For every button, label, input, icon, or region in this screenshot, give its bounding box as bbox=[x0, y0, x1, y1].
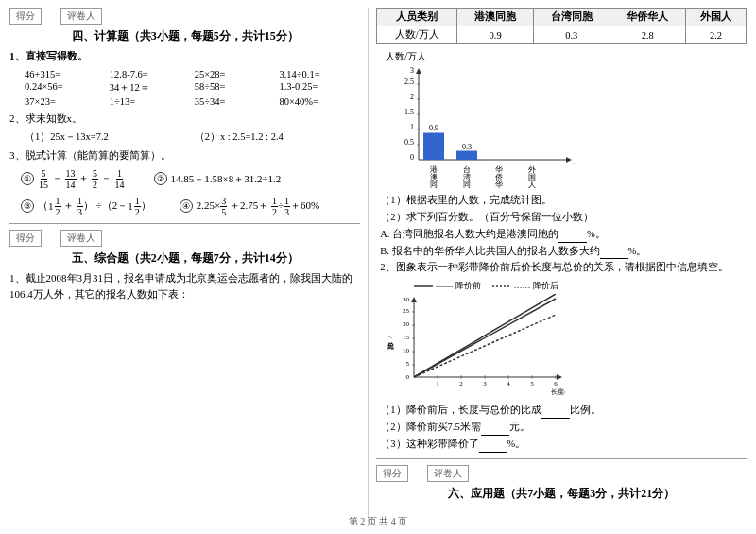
x-arrow2 bbox=[557, 374, 562, 380]
expr3-text: （112 ＋ 13） ÷（2－112） bbox=[38, 196, 151, 217]
p3-row2: ③ （112 ＋ 13） ÷（2－112） ④ 2.25×35 ＋2.75＋ 1… bbox=[21, 196, 360, 217]
svg-text:5: 5 bbox=[531, 380, 535, 388]
col-header-0: 人员类别 bbox=[377, 9, 457, 26]
p2-item2: （2）x : 2.5=1.2 : 2.4 bbox=[195, 130, 361, 144]
x-arrow bbox=[566, 157, 572, 163]
sq1-1: （1）根据表里的人数，完成统计图。 bbox=[380, 192, 747, 209]
svg-text:30: 30 bbox=[403, 296, 410, 303]
calc-6: 34＋12＝ bbox=[110, 81, 191, 95]
section4-header: 四、计算题（共3小题，每题5分，共计15分） bbox=[9, 28, 360, 44]
calc-2: 12.8-7.6= bbox=[110, 69, 191, 79]
svg-text:25: 25 bbox=[403, 307, 410, 315]
svg-text:2: 2 bbox=[410, 93, 414, 101]
svg-text:总价/元: 总价/元 bbox=[387, 336, 395, 350]
calc-5: 0.24×56= bbox=[25, 81, 106, 95]
mixed2: 112 bbox=[128, 196, 141, 217]
val-3: 2.2 bbox=[686, 26, 747, 44]
calc-grid: 46+315= 12.8-7.6= 25×28= 3.14÷0.1= 0.24×… bbox=[25, 69, 360, 107]
expr1-text: 515 － 1314 ＋ 52 － 114 bbox=[38, 168, 126, 190]
divider-right bbox=[376, 458, 747, 459]
page: 得分 评卷人 四、计算题（共3小题，每题5分，共计15分） 1、直接写得数。 4… bbox=[0, 0, 756, 534]
svg-text:10: 10 bbox=[403, 347, 410, 354]
right-column: 人员类别 港澳同胞 台湾同胞 华侨华人 外国人 人数/万人 0.9 0.3 2.… bbox=[369, 8, 747, 526]
y-arrow bbox=[416, 68, 421, 74]
svg-text:1.5: 1.5 bbox=[404, 108, 414, 116]
sq1-2: （2）求下列百分数。（百分号保留一位小数） bbox=[380, 209, 747, 226]
p3-expr4: ④ 2.25×35 ＋2.75＋ 12÷13＋60% bbox=[180, 196, 319, 217]
calc-9: 37×23= bbox=[25, 96, 106, 107]
circle-1: ① bbox=[21, 172, 34, 185]
val-2: 2.8 bbox=[610, 26, 686, 44]
col-header-3: 华侨华人 bbox=[610, 9, 686, 26]
score-row-5: 得分 评卷人 bbox=[9, 230, 102, 247]
sq2-1: （1）降价前后，长度与总价的比成比例。 bbox=[380, 402, 747, 419]
svg-text:5: 5 bbox=[406, 360, 410, 368]
score-row-4: 得分 评卷人 bbox=[9, 8, 102, 25]
calc-11: 35÷34= bbox=[195, 96, 276, 107]
legend-solid-svg bbox=[414, 284, 433, 289]
page-footer: 第 2 页 共 4 页 bbox=[0, 515, 756, 528]
sq2-2: （2）降价前买7.5米需元。 bbox=[380, 419, 747, 436]
bar-chart-container: 人数/万人 0 0.5 1 1.5 2 2.5 3 bbox=[376, 50, 747, 188]
row-label: 人数/万人 bbox=[377, 26, 457, 44]
val-0: 0.9 bbox=[457, 26, 534, 44]
frac8: 35 bbox=[220, 196, 227, 217]
data-table: 人员类别 港澳同胞 台湾同胞 华侨华人 外国人 人数/万人 0.9 0.3 2.… bbox=[376, 8, 747, 44]
problem4-3: 3、脱式计算（能简算的要简算）。 bbox=[9, 147, 360, 164]
legend-dotted: …… 降价后 bbox=[492, 280, 558, 292]
circle-2: ② bbox=[154, 172, 167, 185]
sq1-2b: B. 报名中的华侨华人比共国人的报名人数多大约%。 bbox=[380, 243, 747, 260]
bar-chart-svg: 0 0.5 1 1.5 2 2.5 3 0.9 0.3 bbox=[386, 65, 575, 188]
frac7: 12 bbox=[134, 196, 141, 217]
svg-text:同: 同 bbox=[463, 181, 471, 188]
col-header-4: 外国人 bbox=[686, 9, 747, 26]
p3-expr3: ③ （112 ＋ 13） ÷（2－112） bbox=[21, 196, 151, 217]
bar-1 bbox=[423, 133, 444, 161]
frac10: 13 bbox=[284, 196, 290, 217]
expr4-text: 2.25×35 ＋2.75＋ 12÷13＋60% bbox=[197, 196, 319, 217]
legend-solid: —— 降价前 bbox=[414, 280, 480, 292]
judge-label-4: 评卷人 bbox=[60, 8, 102, 25]
line-chart-container: —— 降价前 …… 降价后 0 5 10 15 20 bbox=[386, 280, 747, 398]
frac9: 12 bbox=[271, 196, 278, 217]
svg-text:1: 1 bbox=[437, 380, 440, 388]
sq1-2a: A. 台湾同胞报名人数大约是港澳同胞的%。 bbox=[380, 226, 747, 243]
judge-label-6: 评卷人 bbox=[427, 465, 469, 482]
table-row-1: 人数/万人 0.9 0.3 2.8 2.2 bbox=[377, 26, 747, 44]
p2-label: 2、求未知数x。 bbox=[9, 112, 82, 124]
legend-dotted-svg bbox=[492, 284, 511, 289]
section6-header: 六、应用题（共7小题，每题3分，共计21分） bbox=[376, 486, 747, 502]
problem4-1: 1、直接写得数。 bbox=[9, 48, 360, 65]
svg-text:2.5: 2.5 bbox=[404, 78, 414, 86]
svg-text:2: 2 bbox=[460, 380, 464, 388]
p3-expr-area: ① 515 － 1314 ＋ 52 － 114 ② 14.85－1.58×8＋3… bbox=[21, 168, 360, 217]
p3-expr1: ① 515 － 1314 ＋ 52 － 114 bbox=[21, 168, 126, 190]
line-solid-2 bbox=[414, 299, 556, 377]
svg-text:4: 4 bbox=[507, 380, 511, 388]
sq2-3: （3）这种彩带降价了%。 bbox=[380, 436, 747, 453]
svg-text:长度/米: 长度/米 bbox=[551, 388, 565, 396]
p1-label: 1、直接写得数。 bbox=[9, 50, 88, 61]
problem4-2: 2、求未知数x。 bbox=[9, 111, 360, 128]
calc-8: 1.3-0.25= bbox=[279, 81, 360, 95]
frac2: 1314 bbox=[65, 168, 77, 190]
bar-2 bbox=[456, 151, 477, 161]
score-row-6: 得分 评卷人 bbox=[376, 465, 469, 482]
judge-label-5: 评卷人 bbox=[60, 230, 102, 247]
calc-10: 1÷13= bbox=[110, 96, 191, 107]
calc-3: 25×28= bbox=[195, 69, 276, 79]
section5: 得分 评卷人 五、综合题（共2小题，每题7分，共计14分） 1、截止2008年3… bbox=[9, 230, 360, 303]
circle-3: ③ bbox=[21, 199, 34, 213]
svg-text:3: 3 bbox=[410, 66, 414, 75]
frac3: 52 bbox=[92, 168, 98, 190]
col-header-1: 港澳同胞 bbox=[457, 9, 534, 26]
p2-item1: （1）25x－13x=7.2 bbox=[25, 130, 191, 144]
svg-text:人员类别: 人员类别 bbox=[573, 157, 575, 165]
legend-solid-label: —— 降价前 bbox=[436, 280, 480, 292]
sq1-3: 2、图象表示一种彩带降价前后价长度与总价的关系，请根据图中信息填空。 bbox=[380, 259, 747, 276]
score-label-6: 得分 bbox=[376, 465, 408, 482]
svg-text:0: 0 bbox=[406, 373, 410, 381]
calc-7: 58÷58= bbox=[195, 81, 276, 95]
chart1-title: 人数/万人 bbox=[386, 50, 747, 63]
frac4: 114 bbox=[114, 168, 126, 190]
